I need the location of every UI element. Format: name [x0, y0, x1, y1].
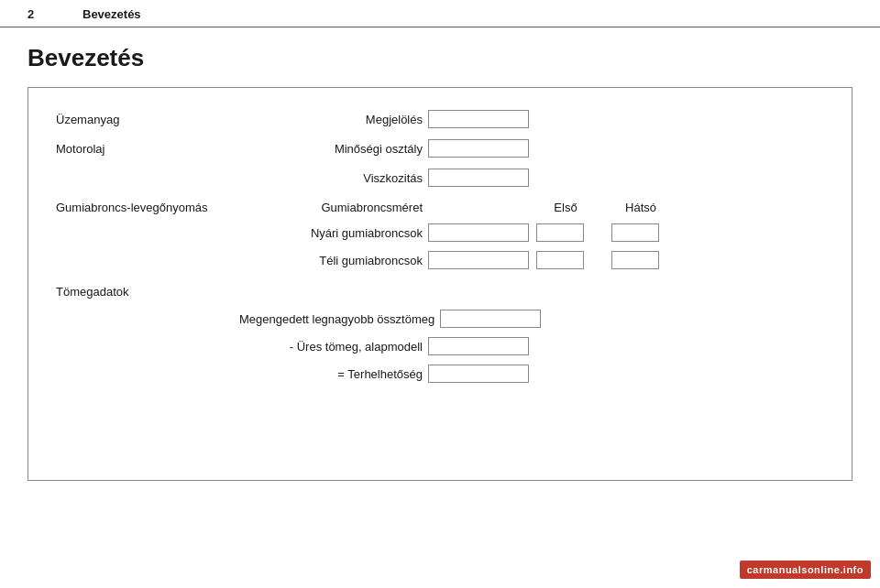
- fuel-field-label: Megjelölés: [239, 113, 423, 126]
- viscosity-label: Viszkozitás: [239, 171, 423, 185]
- fuel-label: Üzemanyag: [56, 113, 239, 126]
- fuel-row: Üzemanyag Megjelölés: [56, 108, 824, 130]
- summer-tire-size-input[interactable]: [428, 223, 529, 242]
- summer-tire-front-input[interactable]: [536, 223, 584, 242]
- viscosity-row: Viszkozitás: [56, 167, 824, 189]
- tire-rear-header: Hátsó: [617, 201, 665, 214]
- winter-tire-size-input[interactable]: [428, 251, 529, 269]
- mass-section: Tömegadatok Megengedett legnagyobb összt…: [56, 280, 824, 385]
- mass-load-row: = Terhelhetőség: [56, 363, 824, 385]
- page-number: 2: [28, 7, 46, 21]
- mass-empty-row: - Üres tömeg, alapmodell: [56, 335, 824, 357]
- tire-pressure-label: Gumiabroncs-levegőnyomás: [56, 201, 239, 214]
- section-title: Bevezetés: [28, 44, 852, 72]
- mass-label: Tömegadatok: [56, 285, 239, 299]
- mass-load-label: = Terhelhetőség: [239, 367, 423, 381]
- mass-max-row: Megengedett legnagyobb össztömeg: [56, 308, 824, 330]
- page-body: Bevezetés Üzemanyag Megjelölés Motorolaj…: [0, 27, 880, 499]
- tire-front-header: Első: [542, 201, 589, 214]
- winter-tire-front-input[interactable]: [536, 251, 584, 269]
- summer-tire-rear-input[interactable]: [611, 223, 659, 242]
- tire-size-header: Gumiabroncsméret: [239, 201, 423, 214]
- mass-load-input[interactable]: [428, 365, 529, 383]
- summer-tires-label: Nyári gumiabroncsok: [239, 226, 423, 240]
- mass-max-label: Megengedett legnagyobb össztömeg: [239, 312, 434, 326]
- summer-tires-row: Nyári gumiabroncsok: [56, 222, 824, 244]
- winter-tires-label: Téli gumiabroncsok: [239, 254, 423, 267]
- oil-quality-input[interactable]: [428, 139, 529, 158]
- viscosity-input[interactable]: [428, 169, 529, 187]
- header-title: Bevezetés: [82, 7, 141, 21]
- watermark-badge: carmanualsonline.info: [740, 561, 871, 579]
- mass-max-input[interactable]: [440, 310, 541, 328]
- fuel-input[interactable]: [428, 110, 529, 128]
- mass-empty-input[interactable]: [428, 337, 529, 355]
- tire-pressure-header-row: Gumiabroncs-levegőnyomás Gumiabroncsmére…: [56, 196, 824, 218]
- oil-label: Motorolaj: [56, 142, 239, 156]
- content-box: Üzemanyag Megjelölés Motorolaj Minőségi …: [28, 87, 852, 481]
- oil-row: Motorolaj Minőségi osztály: [56, 137, 824, 159]
- winter-tire-rear-input[interactable]: [611, 251, 659, 269]
- page-header: 2 Bevezetés: [0, 0, 880, 27]
- winter-tires-row: Téli gumiabroncsok: [56, 249, 824, 271]
- mass-title-row: Tömegadatok: [56, 280, 824, 302]
- mass-empty-label: - Üres tömeg, alapmodell: [239, 340, 423, 354]
- oil-quality-label: Minőségi osztály: [239, 142, 423, 156]
